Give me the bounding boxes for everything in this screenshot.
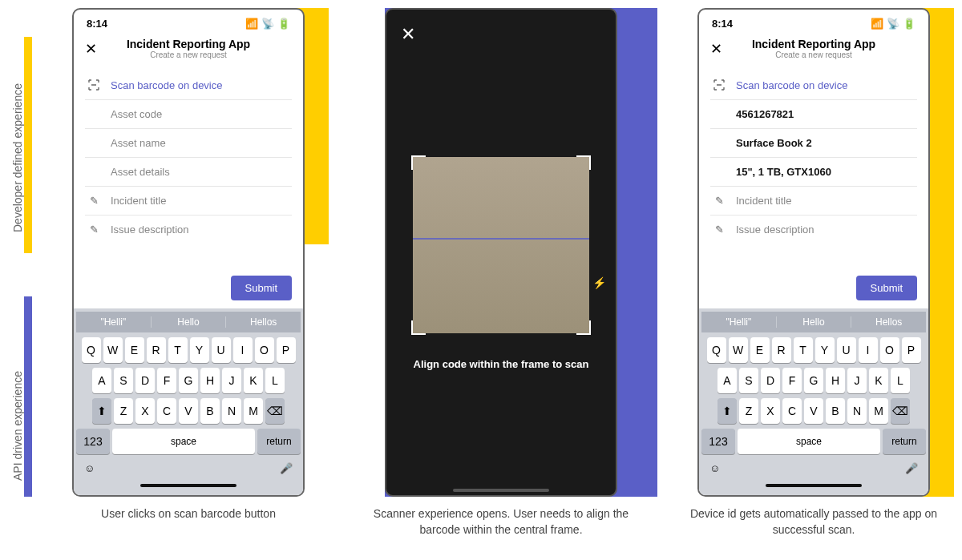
key-t[interactable]: T <box>168 337 188 363</box>
scan-barcode-row[interactable]: Scan barcode on device <box>710 71 917 100</box>
backspace-key[interactable]: ⌫ <box>265 398 285 424</box>
key-t[interactable]: T <box>794 337 813 363</box>
key-j[interactable]: J <box>222 368 241 393</box>
key-p[interactable]: P <box>902 337 921 363</box>
asset-details-field[interactable]: Asset details <box>85 158 292 187</box>
numbers-key[interactable]: 123 <box>701 429 735 454</box>
key-m[interactable]: M <box>869 398 888 424</box>
frame-corner <box>411 320 426 335</box>
wifi-icon: 📡 <box>261 18 274 30</box>
flash-icon[interactable]: ⚡ <box>592 276 606 289</box>
return-key[interactable]: return <box>883 429 926 454</box>
key-y[interactable]: Y <box>190 337 209 363</box>
suggestion-3[interactable]: Hellos <box>226 316 301 328</box>
incident-title-field[interactable]: ✎ Incident title <box>85 187 292 216</box>
key-h[interactable]: H <box>200 368 220 393</box>
key-k[interactable]: K <box>869 368 888 393</box>
key-g[interactable]: G <box>179 368 198 393</box>
key-b[interactable]: B <box>826 398 845 424</box>
key-v[interactable]: V <box>804 398 823 424</box>
key-r[interactable]: R <box>147 337 166 363</box>
asset-code-field[interactable]: Asset code <box>85 100 292 129</box>
key-m[interactable]: M <box>244 398 263 424</box>
key-e[interactable]: E <box>750 337 770 363</box>
key-l[interactable]: L <box>265 368 285 393</box>
key-s[interactable]: S <box>739 368 758 393</box>
return-key[interactable]: return <box>257 429 301 454</box>
suggestion-1[interactable]: "Helli" <box>76 316 152 328</box>
key-n[interactable]: N <box>222 398 241 424</box>
key-v[interactable]: V <box>179 398 198 424</box>
issue-description-field[interactable]: ✎ Issue description <box>85 216 292 244</box>
key-x[interactable]: X <box>761 398 780 424</box>
barcode-icon <box>712 79 726 91</box>
close-icon[interactable]: ✕ <box>85 40 97 58</box>
scanner-close-icon[interactable]: ✕ <box>401 24 415 45</box>
key-x[interactable]: X <box>135 398 155 424</box>
asset-name-field[interactable]: Surface Book 2 <box>710 129 917 158</box>
numbers-key[interactable]: 123 <box>76 429 110 454</box>
key-s[interactable]: S <box>114 368 133 393</box>
asset-details-field[interactable]: 15", 1 TB, GTX1060 <box>710 158 917 187</box>
scan-barcode-row[interactable]: Scan barcode on device <box>85 71 292 100</box>
backspace-key[interactable]: ⌫ <box>891 398 910 424</box>
key-k[interactable]: K <box>244 368 263 393</box>
key-z[interactable]: Z <box>114 398 133 424</box>
emoji-icon[interactable]: ☺ <box>84 462 95 474</box>
key-b[interactable]: B <box>200 398 220 424</box>
status-time: 8:14 <box>87 18 107 30</box>
key-i[interactable]: I <box>859 337 878 363</box>
space-key[interactable]: space <box>112 429 255 454</box>
key-f[interactable]: F <box>157 368 176 393</box>
key-u[interactable]: U <box>212 337 231 363</box>
mic-icon[interactable]: 🎤 <box>280 462 293 474</box>
key-row-4: 123 space return <box>76 429 301 454</box>
key-d[interactable]: D <box>761 368 780 393</box>
key-e[interactable]: E <box>125 337 144 363</box>
key-w[interactable]: W <box>103 337 123 363</box>
suggestion-2[interactable]: Hello <box>777 316 852 328</box>
shift-key[interactable]: ⬆ <box>717 398 737 424</box>
page-title: Incident Reporting App Create a new requ… <box>752 38 875 59</box>
mic-icon[interactable]: 🎤 <box>905 462 918 474</box>
suggestion-3[interactable]: Hellos <box>851 316 926 328</box>
submit-button[interactable]: Submit <box>856 276 917 300</box>
key-c[interactable]: C <box>157 398 176 424</box>
key-j[interactable]: J <box>847 368 867 393</box>
asset-name-field[interactable]: Asset name <box>85 129 292 158</box>
key-w[interactable]: W <box>729 337 748 363</box>
key-g[interactable]: G <box>804 368 823 393</box>
close-icon[interactable]: ✕ <box>710 40 722 58</box>
suggestion-2[interactable]: Hello <box>152 316 227 328</box>
frame-corner <box>576 320 591 335</box>
key-y[interactable]: Y <box>815 337 835 363</box>
emoji-icon[interactable]: ☺ <box>709 462 720 474</box>
key-o[interactable]: O <box>255 337 274 363</box>
submit-button[interactable]: Submit <box>231 276 292 300</box>
incident-title-field[interactable]: ✎ Incident title <box>710 187 917 216</box>
key-c[interactable]: C <box>782 398 802 424</box>
key-d[interactable]: D <box>135 368 155 393</box>
key-i[interactable]: I <box>233 337 253 363</box>
suggestion-1[interactable]: "Helli" <box>701 316 777 328</box>
home-indicator <box>766 484 862 487</box>
key-a[interactable]: A <box>717 368 737 393</box>
shift-key[interactable]: ⬆ <box>92 398 111 424</box>
key-l[interactable]: L <box>891 368 910 393</box>
key-u[interactable]: U <box>837 337 856 363</box>
key-a[interactable]: A <box>92 368 111 393</box>
key-n[interactable]: N <box>847 398 867 424</box>
developer-experience-bar <box>24 37 32 253</box>
issue-description-field[interactable]: ✎ Issue description <box>710 216 917 244</box>
key-p[interactable]: P <box>277 337 296 363</box>
key-h[interactable]: H <box>826 368 845 393</box>
key-o[interactable]: O <box>880 337 899 363</box>
key-f[interactable]: F <box>782 368 802 393</box>
space-key[interactable]: space <box>738 429 880 454</box>
key-q[interactable]: Q <box>707 337 726 363</box>
key-z[interactable]: Z <box>739 398 758 424</box>
asset-code-field[interactable]: 4561267821 <box>710 100 917 129</box>
key-q[interactable]: Q <box>82 337 101 363</box>
key-r[interactable]: R <box>772 337 791 363</box>
frame-corner <box>411 155 426 170</box>
